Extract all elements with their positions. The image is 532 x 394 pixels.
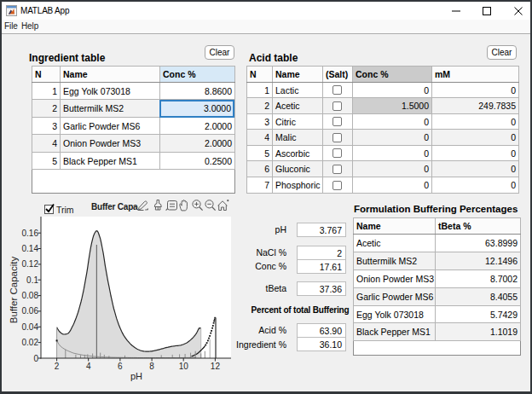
svg-text:0: 0 xyxy=(33,354,38,363)
svg-text:2: 2 xyxy=(55,362,60,371)
svg-text:0.06: 0.06 xyxy=(22,306,39,316)
svg-text:0.16: 0.16 xyxy=(22,229,39,238)
svg-text:pH: pH xyxy=(130,371,142,381)
svg-text:8: 8 xyxy=(149,362,154,371)
svg-text:0.14: 0.14 xyxy=(22,244,39,253)
svg-text:4: 4 xyxy=(86,362,91,371)
svg-text:6: 6 xyxy=(118,362,123,371)
svg-text:0.08: 0.08 xyxy=(22,291,39,300)
svg-text:12: 12 xyxy=(211,362,221,371)
svg-text:0.12: 0.12 xyxy=(22,259,39,269)
svg-text:0.04: 0.04 xyxy=(22,322,39,332)
svg-text:Buffer Capacity: Buffer Capacity xyxy=(9,257,19,324)
svg-text:10: 10 xyxy=(179,362,189,371)
svg-text:0.1: 0.1 xyxy=(26,275,38,285)
svg-text:0.02: 0.02 xyxy=(22,338,39,347)
